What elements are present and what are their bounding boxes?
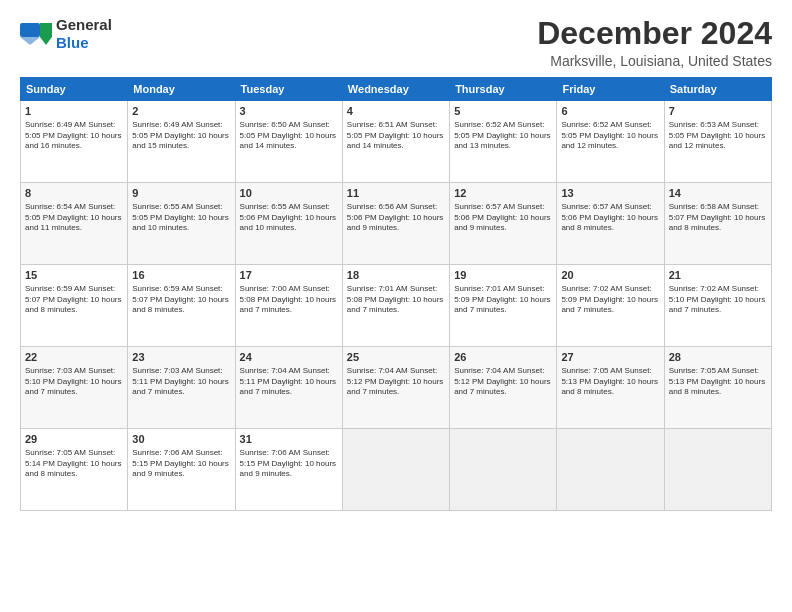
calendar-cell: 25Sunrise: 7:04 AM Sunset: 5:12 PM Dayli… (342, 347, 449, 429)
calendar-cell: 28Sunrise: 7:05 AM Sunset: 5:13 PM Dayli… (664, 347, 771, 429)
day-info: Sunrise: 6:49 AM Sunset: 5:05 PM Dayligh… (25, 120, 123, 152)
day-info: Sunrise: 7:01 AM Sunset: 5:09 PM Dayligh… (454, 284, 552, 316)
calendar-week-row: 8Sunrise: 6:54 AM Sunset: 5:05 PM Daylig… (21, 183, 772, 265)
day-info: Sunrise: 6:52 AM Sunset: 5:05 PM Dayligh… (561, 120, 659, 152)
day-number: 8 (25, 186, 123, 201)
day-number: 20 (561, 268, 659, 283)
calendar-cell: 31Sunrise: 7:06 AM Sunset: 5:15 PM Dayli… (235, 429, 342, 511)
svg-marker-1 (40, 23, 52, 37)
day-number: 31 (240, 432, 338, 447)
col-wednesday: Wednesday (342, 78, 449, 101)
logo-blue: Blue (56, 34, 89, 51)
calendar-week-row: 1Sunrise: 6:49 AM Sunset: 5:05 PM Daylig… (21, 101, 772, 183)
calendar-cell (450, 429, 557, 511)
calendar-week-row: 29Sunrise: 7:05 AM Sunset: 5:14 PM Dayli… (21, 429, 772, 511)
calendar-cell: 4Sunrise: 6:51 AM Sunset: 5:05 PM Daylig… (342, 101, 449, 183)
day-info: Sunrise: 6:59 AM Sunset: 5:07 PM Dayligh… (25, 284, 123, 316)
day-info: Sunrise: 7:01 AM Sunset: 5:08 PM Dayligh… (347, 284, 445, 316)
calendar-cell: 12Sunrise: 6:57 AM Sunset: 5:06 PM Dayli… (450, 183, 557, 265)
calendar-cell: 23Sunrise: 7:03 AM Sunset: 5:11 PM Dayli… (128, 347, 235, 429)
col-thursday: Thursday (450, 78, 557, 101)
calendar-cell: 11Sunrise: 6:56 AM Sunset: 5:06 PM Dayli… (342, 183, 449, 265)
day-number: 9 (132, 186, 230, 201)
day-number: 7 (669, 104, 767, 119)
day-info: Sunrise: 6:55 AM Sunset: 5:06 PM Dayligh… (240, 202, 338, 234)
calendar-cell: 26Sunrise: 7:04 AM Sunset: 5:12 PM Dayli… (450, 347, 557, 429)
day-info: Sunrise: 7:04 AM Sunset: 5:12 PM Dayligh… (347, 366, 445, 398)
logo-icon (20, 23, 52, 45)
calendar-cell: 27Sunrise: 7:05 AM Sunset: 5:13 PM Dayli… (557, 347, 664, 429)
svg-rect-0 (20, 23, 40, 37)
col-friday: Friday (557, 78, 664, 101)
day-number: 18 (347, 268, 445, 283)
calendar-cell: 1Sunrise: 6:49 AM Sunset: 5:05 PM Daylig… (21, 101, 128, 183)
day-number: 25 (347, 350, 445, 365)
day-number: 5 (454, 104, 552, 119)
calendar-cell (664, 429, 771, 511)
col-sunday: Sunday (21, 78, 128, 101)
calendar-cell: 24Sunrise: 7:04 AM Sunset: 5:11 PM Dayli… (235, 347, 342, 429)
calendar-cell: 5Sunrise: 6:52 AM Sunset: 5:05 PM Daylig… (450, 101, 557, 183)
calendar-cell: 2Sunrise: 6:49 AM Sunset: 5:05 PM Daylig… (128, 101, 235, 183)
day-number: 16 (132, 268, 230, 283)
day-number: 2 (132, 104, 230, 119)
day-number: 12 (454, 186, 552, 201)
day-number: 21 (669, 268, 767, 283)
calendar-cell: 10Sunrise: 6:55 AM Sunset: 5:06 PM Dayli… (235, 183, 342, 265)
day-number: 29 (25, 432, 123, 447)
calendar-header-row: Sunday Monday Tuesday Wednesday Thursday… (21, 78, 772, 101)
day-info: Sunrise: 6:57 AM Sunset: 5:06 PM Dayligh… (454, 202, 552, 234)
calendar-cell: 13Sunrise: 6:57 AM Sunset: 5:06 PM Dayli… (557, 183, 664, 265)
calendar-cell: 21Sunrise: 7:02 AM Sunset: 5:10 PM Dayli… (664, 265, 771, 347)
day-info: Sunrise: 6:54 AM Sunset: 5:05 PM Dayligh… (25, 202, 123, 234)
day-info: Sunrise: 6:58 AM Sunset: 5:07 PM Dayligh… (669, 202, 767, 234)
title-block: December 2024 Marksville, Louisiana, Uni… (537, 16, 772, 69)
calendar-cell: 15Sunrise: 6:59 AM Sunset: 5:07 PM Dayli… (21, 265, 128, 347)
day-info: Sunrise: 7:02 AM Sunset: 5:09 PM Dayligh… (561, 284, 659, 316)
day-number: 6 (561, 104, 659, 119)
day-number: 26 (454, 350, 552, 365)
day-info: Sunrise: 7:02 AM Sunset: 5:10 PM Dayligh… (669, 284, 767, 316)
day-number: 3 (240, 104, 338, 119)
day-number: 24 (240, 350, 338, 365)
day-number: 27 (561, 350, 659, 365)
day-info: Sunrise: 6:56 AM Sunset: 5:06 PM Dayligh… (347, 202, 445, 234)
day-info: Sunrise: 6:55 AM Sunset: 5:05 PM Dayligh… (132, 202, 230, 234)
calendar-cell: 16Sunrise: 6:59 AM Sunset: 5:07 PM Dayli… (128, 265, 235, 347)
day-info: Sunrise: 6:59 AM Sunset: 5:07 PM Dayligh… (132, 284, 230, 316)
calendar-cell: 6Sunrise: 6:52 AM Sunset: 5:05 PM Daylig… (557, 101, 664, 183)
calendar-cell: 8Sunrise: 6:54 AM Sunset: 5:05 PM Daylig… (21, 183, 128, 265)
day-info: Sunrise: 7:05 AM Sunset: 5:13 PM Dayligh… (669, 366, 767, 398)
day-info: Sunrise: 6:49 AM Sunset: 5:05 PM Dayligh… (132, 120, 230, 152)
day-info: Sunrise: 7:05 AM Sunset: 5:14 PM Dayligh… (25, 448, 123, 480)
calendar-cell: 29Sunrise: 7:05 AM Sunset: 5:14 PM Dayli… (21, 429, 128, 511)
day-info: Sunrise: 6:53 AM Sunset: 5:05 PM Dayligh… (669, 120, 767, 152)
day-info: Sunrise: 7:03 AM Sunset: 5:11 PM Dayligh… (132, 366, 230, 398)
calendar-cell (557, 429, 664, 511)
day-number: 10 (240, 186, 338, 201)
page: General Blue December 2024 Marksville, L… (0, 0, 792, 612)
calendar-cell: 22Sunrise: 7:03 AM Sunset: 5:10 PM Dayli… (21, 347, 128, 429)
day-info: Sunrise: 6:51 AM Sunset: 5:05 PM Dayligh… (347, 120, 445, 152)
day-number: 22 (25, 350, 123, 365)
calendar-cell: 19Sunrise: 7:01 AM Sunset: 5:09 PM Dayli… (450, 265, 557, 347)
col-saturday: Saturday (664, 78, 771, 101)
calendar-cell: 17Sunrise: 7:00 AM Sunset: 5:08 PM Dayli… (235, 265, 342, 347)
day-info: Sunrise: 6:52 AM Sunset: 5:05 PM Dayligh… (454, 120, 552, 152)
calendar-cell: 7Sunrise: 6:53 AM Sunset: 5:05 PM Daylig… (664, 101, 771, 183)
day-info: Sunrise: 7:04 AM Sunset: 5:12 PM Dayligh… (454, 366, 552, 398)
day-number: 19 (454, 268, 552, 283)
calendar-cell: 30Sunrise: 7:06 AM Sunset: 5:15 PM Dayli… (128, 429, 235, 511)
svg-marker-2 (40, 37, 52, 45)
calendar-cell: 9Sunrise: 6:55 AM Sunset: 5:05 PM Daylig… (128, 183, 235, 265)
month-title: December 2024 (537, 16, 772, 51)
day-number: 14 (669, 186, 767, 201)
calendar-cell: 3Sunrise: 6:50 AM Sunset: 5:05 PM Daylig… (235, 101, 342, 183)
logo-general: General (56, 16, 112, 33)
day-number: 13 (561, 186, 659, 201)
day-number: 23 (132, 350, 230, 365)
day-info: Sunrise: 7:06 AM Sunset: 5:15 PM Dayligh… (240, 448, 338, 480)
day-info: Sunrise: 7:00 AM Sunset: 5:08 PM Dayligh… (240, 284, 338, 316)
calendar-cell: 18Sunrise: 7:01 AM Sunset: 5:08 PM Dayli… (342, 265, 449, 347)
col-tuesday: Tuesday (235, 78, 342, 101)
